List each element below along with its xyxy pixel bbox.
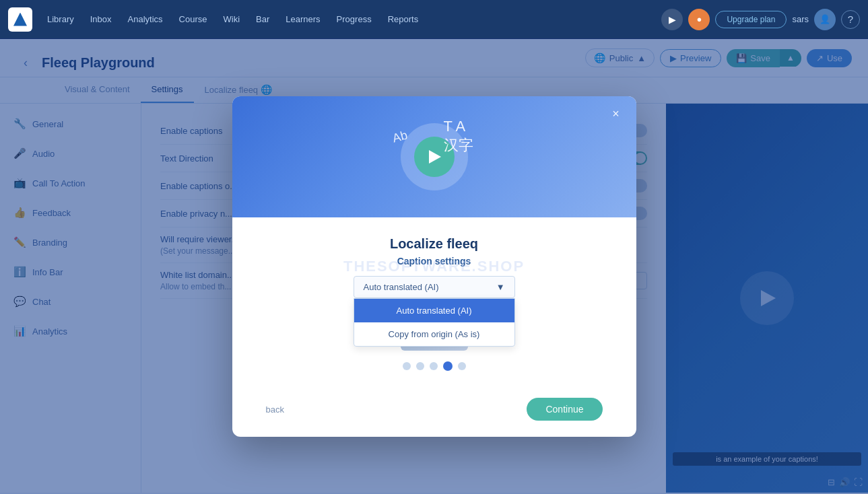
modal-close-button[interactable]: × (607, 104, 626, 123)
continue-button[interactable]: Continue (527, 398, 602, 421)
dot-5 (458, 362, 466, 370)
modal-body: Localize fleeq Caption settings THESOFTW… (232, 217, 636, 398)
modal-overlay: × T A汉字 Ab Localize fleeq Caption settin… (0, 39, 868, 494)
nav-right-area: ▶ ● Upgrade plan sars 👤 ? (661, 9, 860, 30)
dot-4-active (443, 361, 453, 371)
dropdown-arrow-icon: ▼ (496, 282, 505, 292)
user-avatar[interactable]: 👤 (814, 9, 836, 30)
nav-learners[interactable]: Learners (279, 10, 327, 28)
nav-course[interactable]: Course (172, 10, 214, 28)
app-logo[interactable] (8, 7, 32, 32)
top-navigation: Library Inbox Analytics Course Wiki Bar … (0, 0, 868, 39)
modal-title: Localize fleeq (266, 236, 603, 252)
upgrade-plan-button[interactable]: Upgrade plan (715, 11, 787, 28)
nav-bar[interactable]: Bar (249, 10, 276, 28)
nav-analytics[interactable]: Analytics (121, 10, 170, 28)
modal-caption-settings-label: Caption settings (266, 256, 603, 267)
modal-header: × T A汉字 Ab (232, 96, 636, 217)
dot-1 (403, 362, 411, 370)
modal-play-triangle-icon (429, 150, 441, 164)
lang-icons-ab: Ab (391, 129, 409, 146)
nav-reports[interactable]: Reports (381, 10, 426, 28)
play-icon-btn[interactable]: ▶ (661, 9, 683, 30)
dot-3 (430, 362, 438, 370)
dropdown-option-copy[interactable]: Copy from origin (As is) (354, 322, 514, 346)
chrome-icon-btn[interactable]: ● (688, 9, 710, 30)
modal-dots (266, 361, 603, 371)
caption-dropdown-menu: Auto translated (AI) Copy from origin (A… (354, 298, 515, 347)
localize-modal: × T A汉字 Ab Localize fleeq Caption settin… (232, 96, 636, 437)
caption-dropdown-display[interactable]: Auto translated (AI) ▼ (354, 276, 515, 298)
main-area: ‹ Fleeq Playground 🌐 Public ▲ ▶ Preview … (0, 39, 868, 494)
nav-library[interactable]: Library (40, 10, 81, 28)
nav-wiki[interactable]: Wiki (217, 10, 247, 28)
back-link[interactable]: back (266, 404, 284, 415)
nav-inbox[interactable]: Inbox (84, 10, 119, 28)
modal-footer: back Continue (232, 398, 636, 437)
lang-icons-top: T A汉字 (444, 118, 473, 155)
dropdown-option-auto[interactable]: Auto translated (AI) (354, 299, 514, 322)
dot-2 (416, 362, 424, 370)
caption-dropdown-selected: Auto translated (AI) (364, 282, 439, 292)
user-name: sars (792, 14, 809, 24)
nav-progress[interactable]: Progress (330, 10, 378, 28)
help-button[interactable]: ? (841, 10, 860, 29)
modal-icon-circle: T A汉字 Ab (401, 123, 468, 190)
caption-dropdown-container: Auto translated (AI) ▼ Auto translated (… (354, 276, 515, 298)
